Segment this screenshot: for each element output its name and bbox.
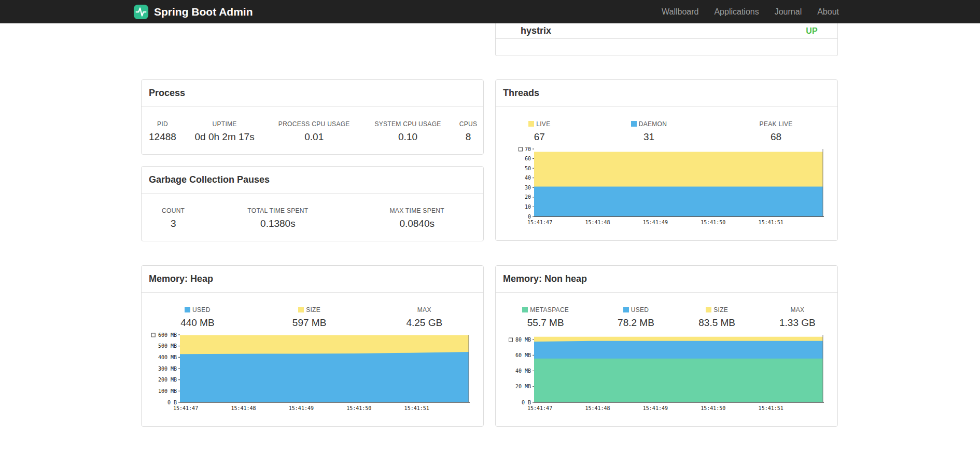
- svg-text:0 B: 0 B: [167, 400, 177, 405]
- stat-process-cpu: PROCESS CPU USAGE 0.01: [265, 120, 362, 143]
- threads-stats: LIVE 67 DAEMON 31 PEAK LIVE 68: [496, 120, 837, 143]
- stat-system-cpu: SYSTEM CPU USAGE 0.10: [362, 120, 453, 143]
- nonheap-used-legend-swatch-icon: [623, 307, 629, 312]
- brand-link[interactable]: Spring Boot Admin: [133, 4, 253, 20]
- top-navbar: Spring Boot Admin Wallboard Applications…: [0, 0, 980, 23]
- svg-text:15:41:51: 15:41:51: [404, 405, 429, 411]
- svg-text:60 MB: 60 MB: [515, 352, 531, 358]
- threads-chart: 01020304050607015:41:4715:41:4815:41:491…: [496, 146, 837, 225]
- svg-text:80 MB: 80 MB: [515, 337, 531, 343]
- spring-boot-admin-logo-icon: [133, 4, 149, 20]
- svg-text:15:41:50: 15:41:50: [701, 405, 725, 411]
- application-status-panel: hystrix UP: [495, 23, 838, 56]
- stat-nonheap-used: USED 78.2 MB: [595, 306, 676, 329]
- svg-text:15:41:50: 15:41:50: [346, 405, 371, 411]
- brand-title: Spring Boot Admin: [154, 6, 253, 18]
- svg-text:400 MB: 400 MB: [158, 355, 177, 360]
- main-content: hystrix UP Process PID 12488 UPTIME 0d 0…: [141, 23, 839, 463]
- svg-text:15:41:48: 15:41:48: [585, 405, 610, 411]
- memory-nonheap-panel-title: Memory: Non heap: [496, 266, 837, 293]
- stat-gc-total-time: TOTAL TIME SPENT 0.1380s: [205, 207, 351, 229]
- svg-text:0: 0: [528, 214, 531, 220]
- svg-text:15:41:49: 15:41:49: [643, 220, 668, 225]
- memory-heap-panel-title: Memory: Heap: [142, 266, 483, 293]
- svg-text:300 MB: 300 MB: [158, 366, 177, 372]
- nav-wallboard[interactable]: Wallboard: [654, 0, 706, 23]
- navbar-links: Wallboard Applications Journal About: [654, 0, 847, 23]
- svg-text:40 MB: 40 MB: [515, 368, 531, 374]
- svg-text:0 B: 0 B: [522, 400, 531, 405]
- svg-text:40: 40: [525, 175, 531, 181]
- svg-text:15:41:47: 15:41:47: [173, 405, 198, 411]
- memory-heap-chart: 0 B100 MB200 MB300 MB400 MB500 MB600 MB1…: [142, 332, 483, 411]
- nav-about[interactable]: About: [809, 0, 847, 23]
- threads-panel: Threads LIVE 67 DAEMON 31 PEAK LIVE: [495, 79, 838, 241]
- svg-text:600 MB: 600 MB: [158, 332, 177, 338]
- stat-metaspace: METASPACE 55.7 MB: [496, 306, 595, 329]
- daemon-legend-swatch-icon: [631, 121, 637, 127]
- application-row-hystrix[interactable]: hystrix UP: [496, 23, 837, 39]
- stat-heap-size: SIZE 597 MB: [254, 306, 366, 329]
- svg-text:10: 10: [525, 204, 531, 210]
- application-name: hystrix: [521, 25, 551, 36]
- svg-text:15:41:47: 15:41:47: [527, 220, 552, 225]
- threads-panel-title: Threads: [496, 80, 837, 107]
- svg-text:15:41:49: 15:41:49: [289, 405, 314, 411]
- svg-text:500 MB: 500 MB: [158, 343, 177, 349]
- process-panel-title: Process: [142, 80, 483, 107]
- metaspace-legend-swatch-icon: [522, 307, 528, 312]
- memory-nonheap-chart: 0 B20 MB40 MB60 MB80 MB15:41:4715:41:481…: [496, 332, 837, 411]
- stat-gc-max-time: MAX TIME SPENT 0.0840s: [351, 207, 483, 229]
- svg-text:100 MB: 100 MB: [158, 388, 177, 394]
- svg-text:200 MB: 200 MB: [158, 377, 177, 383]
- navbar-inner: Spring Boot Admin Wallboard Applications…: [133, 0, 847, 23]
- svg-text:15:41:49: 15:41:49: [643, 405, 668, 411]
- stat-cpus: CPUS 8: [453, 120, 483, 143]
- svg-text:15:41:48: 15:41:48: [585, 220, 610, 225]
- svg-text:30: 30: [525, 185, 531, 190]
- stat-nonheap-size: SIZE 83.5 MB: [677, 306, 758, 329]
- nonheap-stats: METASPACE 55.7 MB USED 78.2 MB SIZE 83.5…: [496, 306, 837, 329]
- gc-panel: Garbage Collection Pauses COUNT 3 TOTAL …: [141, 166, 484, 241]
- nav-journal[interactable]: Journal: [767, 0, 809, 23]
- process-stats: PID 12488 UPTIME 0d 0h 2m 17s PROCESS CP…: [142, 120, 483, 143]
- process-panel: Process PID 12488 UPTIME 0d 0h 2m 17s PR…: [141, 79, 484, 155]
- stat-peak-live-threads: PEAK LIVE 68: [715, 120, 837, 143]
- nonheap-size-legend-swatch-icon: [706, 307, 711, 312]
- svg-text:20: 20: [525, 194, 531, 200]
- memory-heap-panel: Memory: Heap USED 440 MB SIZE 597 MB MAX: [141, 265, 484, 427]
- svg-text:15:41:50: 15:41:50: [701, 220, 725, 225]
- stat-pid: PID 12488: [142, 120, 184, 143]
- stat-heap-max: MAX 4.25 GB: [365, 306, 483, 329]
- nav-applications[interactable]: Applications: [706, 0, 766, 23]
- gc-stats: COUNT 3 TOTAL TIME SPENT 0.1380s MAX TIM…: [142, 207, 483, 229]
- stat-gc-count: COUNT 3: [142, 207, 205, 229]
- svg-text:60: 60: [525, 156, 531, 161]
- heap-used-legend-swatch-icon: [185, 307, 190, 312]
- memory-nonheap-panel: Memory: Non heap METASPACE 55.7 MB USED …: [495, 265, 838, 427]
- gc-panel-title: Garbage Collection Pauses: [142, 167, 483, 194]
- heap-stats: USED 440 MB SIZE 597 MB MAX 4.25 GB: [142, 306, 483, 329]
- svg-text:15:41:47: 15:41:47: [527, 405, 552, 411]
- svg-text:70: 70: [525, 146, 531, 152]
- svg-text:15:41:51: 15:41:51: [759, 220, 783, 225]
- stat-live-threads: LIVE 67: [496, 120, 583, 143]
- stat-nonheap-max: MAX 1.33 GB: [758, 306, 837, 329]
- heap-size-legend-swatch-icon: [298, 307, 304, 312]
- svg-text:15:41:51: 15:41:51: [759, 405, 783, 411]
- status-badge: UP: [806, 26, 818, 36]
- svg-text:50: 50: [525, 166, 531, 171]
- svg-text:20 MB: 20 MB: [515, 384, 531, 389]
- live-legend-swatch-icon: [528, 121, 534, 127]
- stat-heap-used: USED 440 MB: [142, 306, 254, 329]
- stat-uptime: UPTIME 0d 0h 2m 17s: [184, 120, 266, 143]
- stat-daemon-threads: DAEMON 31: [583, 120, 715, 143]
- svg-text:15:41:48: 15:41:48: [231, 405, 256, 411]
